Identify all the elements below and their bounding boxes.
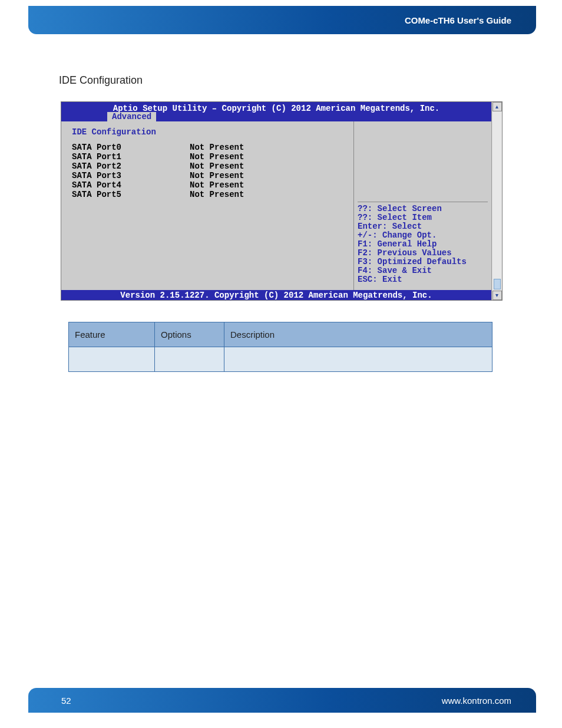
- page-header: COMe-cTH6 User's Guide: [28, 6, 536, 34]
- feature-table: Feature Options Description: [68, 322, 492, 372]
- sata-port-row: SATA Port3Not Present: [72, 171, 343, 180]
- bios-help-top: [358, 127, 488, 202]
- help-line: ??: Select Item: [358, 213, 488, 222]
- help-line: F2: Previous Values: [358, 249, 488, 258]
- doc-title: COMe-cTH6 User's Guide: [405, 15, 511, 25]
- bios-help-separator: [358, 202, 488, 202]
- page-footer: 52 www.kontron.com: [28, 688, 536, 713]
- sata-port-row: SATA Port5Not Present: [72, 190, 343, 199]
- bios-title-bar: Aptio Setup Utility – Copyright (C) 2012…: [61, 102, 491, 121]
- td-description: [224, 347, 492, 372]
- bios-tab-advanced: Advanced: [107, 112, 156, 121]
- scrollbar[interactable]: ▴ ▾: [491, 102, 502, 300]
- page-number: 52: [61, 696, 71, 706]
- help-line: Enter: Select: [358, 222, 488, 231]
- help-line: ESC: Exit: [358, 275, 488, 284]
- scroll-up-icon[interactable]: ▴: [492, 102, 502, 111]
- th-options: Options: [155, 322, 224, 347]
- help-line: F4: Save & Exit: [358, 266, 488, 275]
- bios-heading: IDE Configuration: [72, 127, 343, 137]
- sata-port-row: SATA Port2Not Present: [72, 162, 343, 171]
- sata-port-row: SATA Port0Not Present: [72, 143, 343, 152]
- table-row: [69, 347, 492, 372]
- help-line: F1: General Help: [358, 240, 488, 249]
- bios-footer: Version 2.15.1227. Copyright (C) 2012 Am…: [61, 290, 491, 300]
- bios-title: Aptio Setup Utility – Copyright (C) 2012…: [113, 104, 440, 113]
- sata-port-row: SATA Port1Not Present: [72, 152, 343, 162]
- bios-screenshot: Aptio Setup Utility – Copyright (C) 2012…: [61, 101, 503, 301]
- td-options: [155, 347, 224, 372]
- bios-right-pane: ??: Select Screen ??: Select Item Enter:…: [353, 121, 491, 290]
- footer-url: www.kontron.com: [442, 696, 511, 706]
- bios-inner: Aptio Setup Utility – Copyright (C) 2012…: [61, 102, 491, 300]
- scroll-down-icon[interactable]: ▾: [492, 291, 502, 300]
- bios-help-keys: ??: Select Screen ??: Select Item Enter:…: [358, 205, 488, 284]
- th-feature: Feature: [69, 322, 155, 347]
- th-description: Description: [224, 322, 492, 347]
- bios-left-pane: IDE Configuration SATA Port0Not Present …: [61, 121, 353, 290]
- sata-port-row: SATA Port4Not Present: [72, 180, 343, 190]
- help-line: +/-: Change Opt.: [358, 231, 488, 240]
- scroll-track[interactable]: [492, 111, 502, 291]
- help-line: ??: Select Screen: [358, 205, 488, 213]
- help-line: F3: Optimized Defaults: [358, 258, 488, 266]
- section-title: IDE Configuration: [59, 74, 143, 87]
- bios-body: IDE Configuration SATA Port0Not Present …: [61, 121, 491, 290]
- scroll-thumb[interactable]: [494, 279, 501, 289]
- td-feature: [69, 347, 155, 372]
